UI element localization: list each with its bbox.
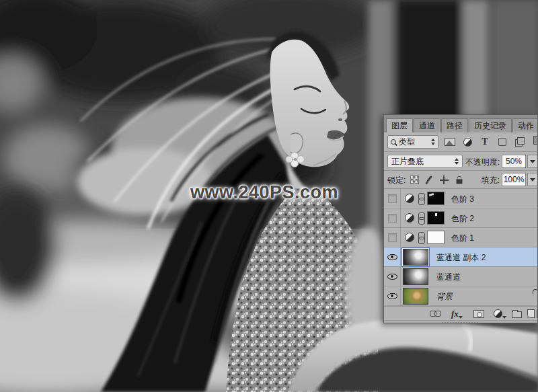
search-icon — [391, 139, 396, 145]
layer-row-levels-1[interactable]: 色阶 1 — [384, 228, 537, 247]
visibility-off-well — [388, 214, 397, 223]
visibility-toggle[interactable] — [384, 267, 401, 286]
type-layers-filter-icon[interactable]: T — [478, 136, 492, 148]
lock-transparent-pixels-icon[interactable] — [408, 174, 420, 186]
watermark-text: www.240PS.com — [190, 182, 338, 203]
opacity-value-field[interactable]: 50% — [502, 155, 526, 168]
chevron-down-icon — [530, 160, 535, 163]
new-group-icon[interactable] — [512, 309, 522, 319]
filter-kind-label: 类型 — [399, 136, 415, 148]
lock-label: 锁定: — [387, 175, 406, 186]
layer-name[interactable]: 蓝通道 — [436, 272, 461, 283]
smart-objects-filter-icon[interactable] — [513, 136, 527, 148]
filter-kind-select[interactable]: 类型 — [387, 135, 438, 149]
eye-icon — [387, 293, 397, 299]
layer-styles-fx-icon[interactable]: fx — [451, 309, 459, 319]
layer-name[interactable]: 背景 — [436, 291, 453, 303]
adjustment-layer-icon[interactable] — [405, 194, 414, 203]
visibility-toggle[interactable] — [384, 189, 401, 208]
layer-row-levels-3[interactable]: 色阶 3 — [384, 189, 537, 208]
fill-dropdown-button[interactable] — [527, 173, 538, 186]
tab-channels[interactable]: 通道 — [414, 118, 440, 132]
adjustment-layer-icon[interactable] — [405, 213, 414, 223]
add-layer-mask-icon[interactable] — [473, 309, 484, 319]
eye-icon — [387, 274, 397, 280]
visibility-off-well — [388, 233, 397, 242]
mask-link-icon[interactable] — [418, 193, 424, 204]
panel-tab-bar: 图层 通道 路径 历史记录 动作 — [384, 115, 537, 132]
grip-dots — [442, 322, 479, 324]
layer-thumbnail[interactable] — [403, 249, 428, 266]
layers-panel: 图层 通道 路径 历史记录 动作 类型 T 正片叠底 — [383, 114, 538, 323]
tab-history[interactable]: 历史记录 — [469, 118, 512, 132]
layer-row-blue-channel-copy-2[interactable]: 蓝通道 副本 2 — [384, 247, 537, 267]
spinner-icon — [431, 139, 435, 145]
chevron-down-icon — [502, 316, 506, 319]
new-adjustment-layer-icon[interactable] — [494, 309, 502, 319]
chevron-down-icon — [530, 178, 535, 182]
layer-name[interactable]: 色阶 1 — [451, 233, 474, 244]
opacity-label: 不透明度: — [449, 157, 500, 168]
layer-name[interactable]: 蓝通道 副本 2 — [436, 252, 486, 264]
chevron-down-icon — [459, 316, 463, 319]
tab-actions[interactable]: 动作 — [512, 118, 538, 132]
blend-mode-value: 正片叠底 — [391, 156, 455, 167]
layer-filter-row: 类型 T — [384, 132, 537, 152]
layers-list: 色阶 3 色阶 2 色阶 1 蓝通道 副本 2 — [384, 189, 537, 306]
layer-name[interactable]: 色阶 2 — [451, 213, 474, 225]
visibility-off-well — [388, 194, 397, 203]
mask-link-icon[interactable] — [418, 232, 424, 243]
visibility-toggle[interactable] — [384, 247, 401, 266]
panel-bottom-bar: fx — [384, 306, 537, 320]
layer-thumbnail[interactable] — [403, 288, 428, 305]
visibility-toggle[interactable] — [384, 286, 401, 305]
link-layers-icon[interactable] — [430, 309, 441, 319]
visibility-toggle[interactable] — [384, 228, 401, 247]
lock-image-pixels-icon[interactable] — [423, 174, 435, 186]
visibility-toggle[interactable] — [384, 208, 401, 227]
eye-icon — [387, 254, 397, 260]
lock-fill-row: 锁定: 填充: 100% — [384, 171, 537, 189]
layer-thumbnail[interactable] — [403, 268, 428, 285]
layer-mask-thumbnail[interactable] — [427, 192, 445, 205]
fill-label: 填充: — [449, 175, 500, 186]
layer-row-blue-channel[interactable]: 蓝通道 — [384, 267, 537, 286]
new-layer-icon[interactable] — [527, 309, 535, 319]
layer-row-background[interactable]: 背景 — [384, 286, 537, 306]
photoshop-canvas-screenshot: www.240PS.com 图层 通道 路径 历史记录 动作 类型 T — [0, 0, 538, 392]
tab-layers[interactable]: 图层 — [386, 118, 413, 132]
blend-opacity-row: 正片叠底 不透明度: 50% — [384, 152, 537, 171]
layer-row-levels-2[interactable]: 色阶 2 — [384, 208, 537, 228]
pixel-layers-filter-icon[interactable] — [443, 136, 457, 148]
opacity-dropdown-button[interactable] — [527, 155, 538, 168]
layer-mask-thumbnail[interactable] — [427, 211, 445, 225]
layer-name[interactable]: 色阶 3 — [451, 194, 474, 205]
tab-paths[interactable]: 路径 — [441, 118, 468, 132]
filter-extra-icon-partial[interactable] — [533, 136, 538, 145]
panel-resize-grip[interactable] — [384, 320, 537, 323]
adjustment-layer-icon[interactable] — [405, 233, 414, 242]
fill-value-field[interactable]: 100% — [502, 173, 526, 186]
layer-mask-thumbnail[interactable] — [427, 231, 445, 244]
adjustment-layers-filter-icon[interactable] — [461, 136, 474, 148]
mask-link-icon[interactable] — [418, 212, 424, 224]
shape-layers-filter-icon[interactable] — [496, 136, 509, 148]
